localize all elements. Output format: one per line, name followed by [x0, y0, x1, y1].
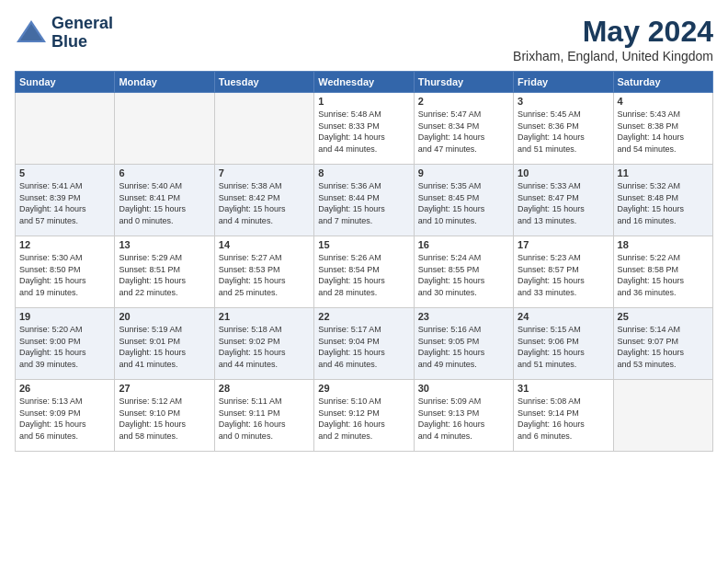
calendar-cell: 27Sunrise: 5:12 AM Sunset: 9:10 PM Dayli…: [115, 380, 214, 452]
day-number: 26: [19, 383, 110, 394]
day-number: 25: [618, 311, 709, 322]
col-friday: Friday: [514, 72, 613, 93]
day-info: Sunrise: 5:19 AM Sunset: 9:01 PM Dayligh…: [119, 324, 210, 370]
calendar-cell: 4Sunrise: 5:43 AM Sunset: 8:38 PM Daylig…: [613, 93, 712, 165]
col-saturday: Saturday: [613, 72, 712, 93]
day-info: Sunrise: 5:09 AM Sunset: 9:13 PM Dayligh…: [418, 396, 509, 442]
calendar-cell: 6Sunrise: 5:40 AM Sunset: 8:41 PM Daylig…: [115, 165, 214, 236]
title-area: May 2024 Brixham, England, United Kingdo…: [513, 15, 713, 63]
day-info: Sunrise: 5:33 AM Sunset: 8:47 PM Dayligh…: [518, 180, 609, 226]
col-monday: Monday: [115, 72, 214, 93]
day-info: Sunrise: 5:27 AM Sunset: 8:53 PM Dayligh…: [219, 252, 310, 298]
logo: General Blue: [15, 15, 113, 52]
logo-line1: General: [51, 15, 113, 33]
day-number: 13: [119, 239, 210, 250]
day-number: 7: [219, 167, 310, 178]
day-number: 18: [618, 239, 709, 250]
month-title: May 2024: [513, 15, 713, 49]
day-info: Sunrise: 5:08 AM Sunset: 9:14 PM Dayligh…: [518, 396, 609, 442]
day-info: Sunrise: 5:23 AM Sunset: 8:57 PM Dayligh…: [518, 252, 609, 298]
calendar-week-5: 26Sunrise: 5:13 AM Sunset: 9:09 PM Dayli…: [16, 380, 713, 452]
calendar-cell: 3Sunrise: 5:45 AM Sunset: 8:36 PM Daylig…: [514, 93, 613, 165]
day-info: Sunrise: 5:22 AM Sunset: 8:58 PM Dayligh…: [618, 252, 709, 298]
day-number: 16: [418, 239, 509, 250]
day-info: Sunrise: 5:41 AM Sunset: 8:39 PM Dayligh…: [19, 180, 110, 226]
day-number: 20: [119, 311, 210, 322]
calendar-cell: [613, 380, 712, 452]
day-number: 27: [119, 383, 210, 394]
day-info: Sunrise: 5:35 AM Sunset: 8:45 PM Dayligh…: [418, 180, 509, 226]
calendar-cell: 17Sunrise: 5:23 AM Sunset: 8:57 PM Dayli…: [514, 236, 613, 308]
day-info: Sunrise: 5:11 AM Sunset: 9:11 PM Dayligh…: [219, 396, 310, 442]
day-number: 12: [19, 239, 110, 250]
day-info: Sunrise: 5:24 AM Sunset: 8:55 PM Dayligh…: [418, 252, 509, 298]
day-number: 10: [518, 167, 609, 178]
calendar-cell: 20Sunrise: 5:19 AM Sunset: 9:01 PM Dayli…: [115, 308, 214, 380]
logo-line2: Blue: [51, 33, 113, 52]
col-sunday: Sunday: [16, 72, 115, 93]
calendar-cell: 9Sunrise: 5:35 AM Sunset: 8:45 PM Daylig…: [414, 165, 513, 236]
calendar-week-1: 1Sunrise: 5:48 AM Sunset: 8:33 PM Daylig…: [16, 93, 713, 165]
calendar-cell: 13Sunrise: 5:29 AM Sunset: 8:51 PM Dayli…: [115, 236, 214, 308]
calendar-cell: 12Sunrise: 5:30 AM Sunset: 8:50 PM Dayli…: [16, 236, 115, 308]
page: General Blue May 2024 Brixham, England, …: [0, 0, 728, 563]
col-wednesday: Wednesday: [314, 72, 414, 93]
day-number: 31: [518, 383, 609, 394]
calendar-cell: 16Sunrise: 5:24 AM Sunset: 8:55 PM Dayli…: [414, 236, 513, 308]
day-number: 21: [219, 311, 310, 322]
calendar-cell: 5Sunrise: 5:41 AM Sunset: 8:39 PM Daylig…: [16, 165, 115, 236]
calendar-cell: 19Sunrise: 5:20 AM Sunset: 9:00 PM Dayli…: [16, 308, 115, 380]
calendar-cell: 21Sunrise: 5:18 AM Sunset: 9:02 PM Dayli…: [214, 308, 313, 380]
day-info: Sunrise: 5:14 AM Sunset: 9:07 PM Dayligh…: [618, 324, 709, 370]
day-info: Sunrise: 5:36 AM Sunset: 8:44 PM Dayligh…: [318, 180, 409, 226]
calendar-cell: 2Sunrise: 5:47 AM Sunset: 8:34 PM Daylig…: [414, 93, 513, 165]
day-number: 28: [219, 383, 310, 394]
day-number: 9: [418, 167, 509, 178]
day-number: 14: [219, 239, 310, 250]
day-info: Sunrise: 5:15 AM Sunset: 9:06 PM Dayligh…: [518, 324, 609, 370]
day-info: Sunrise: 5:47 AM Sunset: 8:34 PM Dayligh…: [418, 109, 509, 155]
day-info: Sunrise: 5:18 AM Sunset: 9:02 PM Dayligh…: [219, 324, 310, 370]
day-number: 4: [618, 96, 709, 107]
day-number: 29: [318, 383, 409, 394]
day-info: Sunrise: 5:48 AM Sunset: 8:33 PM Dayligh…: [318, 109, 409, 155]
day-info: Sunrise: 5:13 AM Sunset: 9:09 PM Dayligh…: [19, 396, 110, 442]
day-info: Sunrise: 5:45 AM Sunset: 8:36 PM Dayligh…: [518, 109, 609, 155]
day-info: Sunrise: 5:40 AM Sunset: 8:41 PM Dayligh…: [119, 180, 210, 226]
day-info: Sunrise: 5:29 AM Sunset: 8:51 PM Dayligh…: [119, 252, 210, 298]
day-info: Sunrise: 5:12 AM Sunset: 9:10 PM Dayligh…: [119, 396, 210, 442]
day-info: Sunrise: 5:16 AM Sunset: 9:05 PM Dayligh…: [418, 324, 509, 370]
day-number: 5: [19, 167, 110, 178]
calendar-cell: 10Sunrise: 5:33 AM Sunset: 8:47 PM Dayli…: [514, 165, 613, 236]
day-info: Sunrise: 5:43 AM Sunset: 8:38 PM Dayligh…: [618, 109, 709, 155]
day-number: 22: [318, 311, 409, 322]
day-number: 24: [518, 311, 609, 322]
calendar-cell: [214, 93, 313, 165]
day-number: 1: [318, 96, 409, 107]
calendar-cell: 1Sunrise: 5:48 AM Sunset: 8:33 PM Daylig…: [314, 93, 414, 165]
day-info: Sunrise: 5:17 AM Sunset: 9:04 PM Dayligh…: [318, 324, 409, 370]
calendar-table: Sunday Monday Tuesday Wednesday Thursday…: [15, 71, 713, 452]
calendar-cell: 14Sunrise: 5:27 AM Sunset: 8:53 PM Dayli…: [214, 236, 313, 308]
day-number: 8: [318, 167, 409, 178]
day-number: 2: [418, 96, 509, 107]
day-number: 30: [418, 383, 509, 394]
calendar-cell: 28Sunrise: 5:11 AM Sunset: 9:11 PM Dayli…: [214, 380, 313, 452]
day-number: 11: [618, 167, 709, 178]
header: General Blue May 2024 Brixham, England, …: [15, 15, 713, 63]
day-number: 6: [119, 167, 210, 178]
calendar-cell: 23Sunrise: 5:16 AM Sunset: 9:05 PM Dayli…: [414, 308, 513, 380]
day-number: 23: [418, 311, 509, 322]
day-number: 3: [518, 96, 609, 107]
calendar-cell: 22Sunrise: 5:17 AM Sunset: 9:04 PM Dayli…: [314, 308, 414, 380]
calendar-cell: 31Sunrise: 5:08 AM Sunset: 9:14 PM Dayli…: [514, 380, 613, 452]
calendar-cell: 25Sunrise: 5:14 AM Sunset: 9:07 PM Dayli…: [613, 308, 712, 380]
calendar-week-3: 12Sunrise: 5:30 AM Sunset: 8:50 PM Dayli…: [16, 236, 713, 308]
calendar-cell: [16, 93, 115, 165]
calendar-cell: 15Sunrise: 5:26 AM Sunset: 8:54 PM Dayli…: [314, 236, 414, 308]
day-number: 19: [19, 311, 110, 322]
day-info: Sunrise: 5:10 AM Sunset: 9:12 PM Dayligh…: [318, 396, 409, 442]
day-info: Sunrise: 5:20 AM Sunset: 9:00 PM Dayligh…: [19, 324, 110, 370]
col-thursday: Thursday: [414, 72, 513, 93]
day-info: Sunrise: 5:30 AM Sunset: 8:50 PM Dayligh…: [19, 252, 110, 298]
